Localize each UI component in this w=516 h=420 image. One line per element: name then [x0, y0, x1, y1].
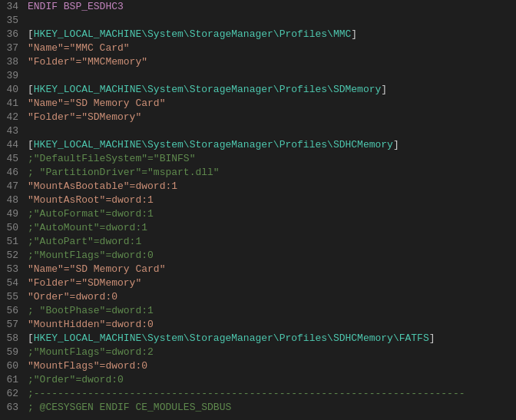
- line-content: ; @CESYSGEN ENDIF CE_MODULES_SDBUS: [28, 401, 516, 415]
- line-content: ; "PartitionDriver"="mspart.dll": [28, 166, 516, 180]
- code-token: ]: [393, 139, 399, 150]
- code-line: 49 ;"AutoFormat"=dword:1: [0, 207, 516, 221]
- line-number: 43: [0, 124, 28, 138]
- line-content: "Order"=dword:0: [28, 290, 516, 304]
- line-number: 49: [0, 207, 28, 221]
- code-line: 46 ; "PartitionDriver"="mspart.dll": [0, 166, 516, 180]
- line-number: 62: [0, 387, 28, 401]
- line-number: 44: [0, 138, 28, 152]
- code-token: ;"AutoMount"=dword:1: [28, 222, 147, 233]
- code-token: ]: [381, 84, 387, 95]
- line-number: 53: [0, 263, 28, 276]
- line-content: ;"MountFlags"=dword:0: [28, 249, 516, 263]
- code-line: 36[HKEY_LOCAL_MACHINE\System\StorageMana…: [0, 28, 516, 41]
- code-token: ;"DefaultFileSystem"="BINFS": [28, 153, 195, 164]
- code-token: [: [28, 84, 34, 95]
- line-content: "Folder"="MMCMemory": [28, 55, 516, 69]
- code-token: ; @CESYSGEN ENDIF CE_MODULES_SDBUS: [28, 402, 231, 413]
- line-number: 52: [0, 249, 28, 263]
- code-line: 56 ; "BootPhase"=dword:1: [0, 304, 516, 318]
- line-number: 39: [0, 69, 28, 83]
- line-number: 41: [0, 97, 28, 111]
- code-token: ; "PartitionDriver"="mspart.dll": [28, 167, 220, 178]
- code-token: "Folder"="SDMemory": [28, 111, 141, 123]
- code-line: 63; @CESYSGEN ENDIF CE_MODULES_SDBUS: [0, 401, 516, 415]
- code-line: 61 ;"Order"=dword:0: [0, 373, 516, 387]
- line-content: ;"AutoMount"=dword:1: [28, 221, 516, 235]
- line-number: 46: [0, 166, 28, 180]
- line-number: 59: [0, 346, 28, 359]
- line-number: 57: [0, 318, 28, 332]
- line-content: ENDIF BSP_ESDHC3: [28, 0, 516, 14]
- code-line: 43: [0, 124, 516, 138]
- code-line: 55 "Order"=dword:0: [0, 290, 516, 304]
- line-number: 42: [0, 111, 28, 124]
- line-content: "Name"="MMC Card": [28, 41, 516, 55]
- line-number: 47: [0, 180, 28, 193]
- line-number: 35: [0, 14, 28, 28]
- code-token: HKEY_LOCAL_MACHINE\System\StorageManager…: [34, 84, 381, 95]
- code-token: "Folder"="SDMemory": [28, 277, 141, 289]
- code-line: 41 "Name"="SD Memory Card": [0, 97, 516, 111]
- code-line: 59 ;"MountFlags"=dword:2: [0, 346, 516, 359]
- line-content: "MountAsRoot"=dword:1: [28, 193, 516, 207]
- code-token: ; "BootPhase"=dword:1: [28, 305, 154, 316]
- line-content: "MountAsBootable"=dword:1: [28, 180, 516, 193]
- code-line: 51 ;"AutoPart"=dword:1: [0, 235, 516, 249]
- code-token: "Folder"="MMCMemory": [28, 56, 147, 68]
- code-token: "Order"=dword:0: [28, 291, 117, 303]
- line-content: [28, 14, 516, 28]
- line-number: 37: [0, 41, 28, 55]
- code-token: "Name"="SD Memory Card": [28, 263, 165, 275]
- line-number: 36: [0, 28, 28, 41]
- code-token: [: [28, 332, 34, 344]
- code-token: ;---------------------------------------…: [28, 388, 465, 399]
- code-line: 44[HKEY_LOCAL_MACHINE\System\StorageMana…: [0, 138, 516, 152]
- code-token: "MountHidden"=dword:0: [28, 319, 154, 330]
- code-line: 38 "Folder"="MMCMemory": [0, 55, 516, 69]
- line-number: 55: [0, 290, 28, 304]
- code-line: 47 "MountAsBootable"=dword:1: [0, 180, 516, 193]
- code-line: 52 ;"MountFlags"=dword:0: [0, 249, 516, 263]
- line-content: ;"AutoPart"=dword:1: [28, 235, 516, 249]
- line-number: 45: [0, 152, 28, 166]
- line-content: [HKEY_LOCAL_MACHINE\System\StorageManage…: [28, 138, 516, 152]
- code-token: ;"AutoPart"=dword:1: [28, 236, 141, 247]
- code-token: "MountAsRoot"=dword:1: [28, 194, 154, 206]
- code-line: 34ENDIF BSP_ESDHC3: [0, 0, 516, 14]
- code-token: ]: [351, 28, 357, 40]
- line-number: 58: [0, 332, 28, 346]
- code-line: 45 ;"DefaultFileSystem"="BINFS": [0, 152, 516, 166]
- code-token: ]: [429, 332, 435, 344]
- code-token: "MountAsBootable"=dword:1: [28, 180, 177, 192]
- line-number: 56: [0, 304, 28, 318]
- code-line: 57 "MountHidden"=dword:0: [0, 318, 516, 332]
- code-token: "Name"="SD Memory Card": [28, 98, 165, 109]
- line-number: 38: [0, 55, 28, 69]
- code-token: ;"MountFlags"=dword:2: [28, 346, 154, 358]
- code-token: ;"MountFlags"=dword:0: [28, 250, 154, 261]
- code-token: HKEY_LOCAL_MACHINE\System\StorageManager…: [34, 139, 393, 150]
- code-token: HKEY_LOCAL_MACHINE\System\StorageManager…: [34, 332, 429, 344]
- line-content: "Name"="SD Memory Card": [28, 97, 516, 111]
- line-number: 61: [0, 373, 28, 387]
- line-content: [HKEY_LOCAL_MACHINE\System\StorageManage…: [28, 332, 516, 346]
- code-line: 40[HKEY_LOCAL_MACHINE\System\StorageMana…: [0, 83, 516, 97]
- code-token: [: [28, 28, 34, 40]
- code-editor: 34ENDIF BSP_ESDHC335 36[HKEY_LOCAL_MACHI…: [0, 0, 516, 420]
- line-content: [28, 69, 516, 83]
- line-number: 60: [0, 359, 28, 373]
- line-number: 50: [0, 221, 28, 235]
- code-line: 60 "MountFlags"=dword:0: [0, 359, 516, 373]
- code-token: [: [28, 139, 34, 150]
- line-content: "Folder"="SDMemory": [28, 111, 516, 124]
- code-line: 58[HKEY_LOCAL_MACHINE\System\StorageMana…: [0, 332, 516, 346]
- line-content: ; "BootPhase"=dword:1: [28, 304, 516, 318]
- line-content: "Folder"="SDMemory": [28, 276, 516, 290]
- line-number: 48: [0, 193, 28, 207]
- line-content: "Name"="SD Memory Card": [28, 263, 516, 276]
- code-line: 53 "Name"="SD Memory Card": [0, 263, 516, 276]
- line-content: "MountHidden"=dword:0: [28, 318, 516, 332]
- line-content: [28, 124, 516, 138]
- code-line: 62;-------------------------------------…: [0, 387, 516, 401]
